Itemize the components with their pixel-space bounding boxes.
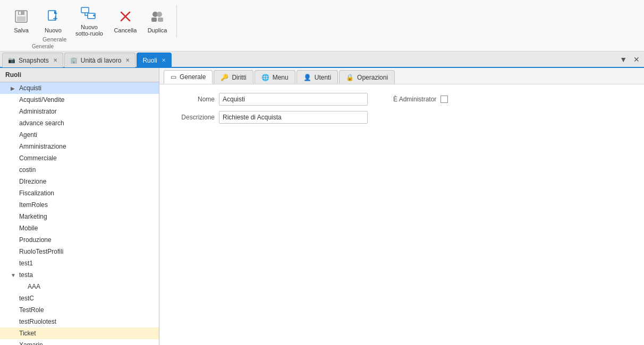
tree-item-administrator[interactable]: Administrator [0,106,159,117]
tree-item-acquisti[interactable]: ▶ Acquisti [0,82,159,94]
salva-button[interactable]: Salva [6,5,36,37]
svg-rect-7 [81,7,89,13]
admin-checkbox[interactable] [440,96,448,103]
form-area: Nome È Administrator Descrizione [159,84,644,345]
duplica-button[interactable]: Duplica [142,5,172,37]
main-layout: Ruoli ▶ Acquisti Acquisti/Vendite Admini… [0,68,644,345]
unita-tab-icon: 🏢 [70,57,78,64]
right-panel: ▭ Generale 🔑 Diritti 🌐 Menu 👤 Utenti 🔒 O… [159,68,644,345]
svg-rect-3 [19,12,21,14]
tree-label-comm: Commerciale [19,154,57,162]
tree-item-advance-search[interactable]: advance search [0,117,159,129]
tree-item-direzione[interactable]: DIrezione [0,176,159,187]
tree-label-testa: testa [19,271,33,279]
tree-label-amm: Amministrazione [19,143,66,150]
tree-item-amministrazione[interactable]: Amministrazione [0,141,159,152]
nuovo-icon [46,9,61,26]
utenti-tab-icon: 👤 [303,74,311,81]
snapshots-tab-label: Snapshots [19,57,49,64]
ruoli-tab-label: Ruoli [142,57,157,64]
ruoli-tab-close[interactable]: ✕ [162,57,166,63]
salva-label: Salva [14,27,29,33]
inner-tab-utenti[interactable]: 👤 Utenti [296,70,338,84]
descrizione-label: Descrizione [172,114,215,121]
inner-tab-menu[interactable]: 🌐 Menu [255,70,295,84]
admin-label: È Administrator [393,96,436,103]
tree-item-itemroles[interactable]: ItemRoles [0,199,159,211]
expand-icon-testa: ▼ [11,272,17,278]
nuovo-sotto-ruolo-button[interactable]: Nuovosotto-ruolo [70,3,108,39]
tree-label-t1: test1 [19,260,33,267]
descrizione-input[interactable] [219,111,368,124]
tabs-right-controls: ▼ ✕ [617,52,644,67]
tree-label-prod: Produzione [19,236,52,244]
tab-snapshots[interactable]: 📷 Snapshots ✕ [2,53,63,67]
unita-tab-close[interactable]: ✕ [125,57,130,63]
left-panel-header: Ruoli [0,68,159,82]
section-label-bar: Generale [0,42,644,51]
tree-item-fiscalization[interactable]: Fiscalization [0,187,159,199]
cancella-button[interactable]: Cancella [111,5,140,37]
tree-item-costin[interactable]: costin [0,164,159,176]
tree-label-aaa: AAA [28,283,40,290]
cancella-label: Cancella [114,27,137,33]
tree-label-xam: Xamarin [19,341,43,345]
tree-item-acquisti-vendite[interactable]: Acquisti/Vendite [0,94,159,106]
svg-rect-1 [18,11,24,15]
tree-item-commerciale[interactable]: Commerciale [0,152,159,164]
tree-item-ticket[interactable]: Ticket [0,327,159,339]
tabs-close-all[interactable]: ✕ [631,55,642,64]
tree-item-aaa[interactable]: AAA [0,281,159,292]
nuovo-button[interactable]: Nuovo [38,5,68,37]
duplica-icon [150,9,165,26]
generale-tab-label: Generale [180,73,206,81]
tree-item-marketing[interactable]: Marketing [0,211,159,222]
tree-label-costin: costin [19,166,36,174]
tabs-bar: 📷 Snapshots ✕ 🏢 Unità di lavoro ✕ Ruoli … [0,52,644,68]
tree-item-test1[interactable]: test1 [0,257,159,269]
tab-ruoli[interactable]: Ruoli ✕ [137,53,171,67]
diritti-tab-label: Diritti [232,74,246,81]
tree-item-testa[interactable]: ▼ testa [0,269,159,281]
tree-label-admin: Administrator [19,108,57,115]
snapshots-tab-icon: 📷 [8,57,15,64]
svg-point-14 [157,12,162,17]
admin-section: È Administrator [393,96,448,103]
inner-tab-diritti[interactable]: 🔑 Diritti [214,70,253,84]
nome-label: Nome [172,96,215,103]
svg-rect-15 [151,18,157,22]
tree-item-testruolotest[interactable]: testRuolotest [0,316,159,327]
operazioni-tab-icon: 🔒 [346,74,354,81]
inner-tab-operazioni[interactable]: 🔒 Operazioni [339,70,395,84]
inner-tab-generale[interactable]: ▭ Generale [164,70,213,84]
nuovo-sotto-ruolo-label: Nuovosotto-ruolo [75,24,103,37]
expand-icon-acquisti: ▶ [11,85,17,91]
tree-label-trt: testRuolotest [19,318,56,325]
tree-label-av: Acquisti/Vendite [19,96,64,104]
tree-label-acquisti: Acquisti [19,84,41,92]
cancella-icon [118,9,133,26]
duplica-label: Duplica [148,27,167,33]
left-panel: Ruoli ▶ Acquisti Acquisti/Vendite Admini… [0,68,159,345]
toolbar-separator [176,5,177,37]
tabs-scroll-down[interactable]: ▼ [617,55,629,64]
tree-item-agenti[interactable]: Agenti [0,129,159,141]
nuovo-label: Nuovo [45,27,62,33]
tree-item-xamarin[interactable]: Xamarin [0,339,159,345]
inner-tabs: ▭ Generale 🔑 Diritti 🌐 Menu 👤 Utenti 🔒 O… [159,68,644,84]
tree-label-agenti: Agenti [19,131,37,139]
svg-rect-16 [158,18,163,22]
snapshots-tab-close[interactable]: ✕ [53,57,57,63]
tree-label-ir: ItemRoles [19,201,48,209]
tree-item-mobile[interactable]: Mobile [0,222,159,234]
tree-item-testc[interactable]: testC [0,292,159,304]
svg-rect-2 [17,16,26,21]
utenti-tab-label: Utenti [315,74,331,81]
tree-item-testrole[interactable]: TestRole [0,304,159,316]
tab-unita-di-lavoro[interactable]: 🏢 Unità di lavoro ✕ [64,53,136,67]
tree-label-mkt: Marketing [19,213,47,220]
tree-item-ruolotestprofili[interactable]: RuoloTestProfili [0,246,159,257]
tree-item-produzione[interactable]: Produzione [0,234,159,246]
nome-input[interactable] [219,93,368,106]
tree-container[interactable]: ▶ Acquisti Acquisti/Vendite Administrato… [0,82,159,345]
